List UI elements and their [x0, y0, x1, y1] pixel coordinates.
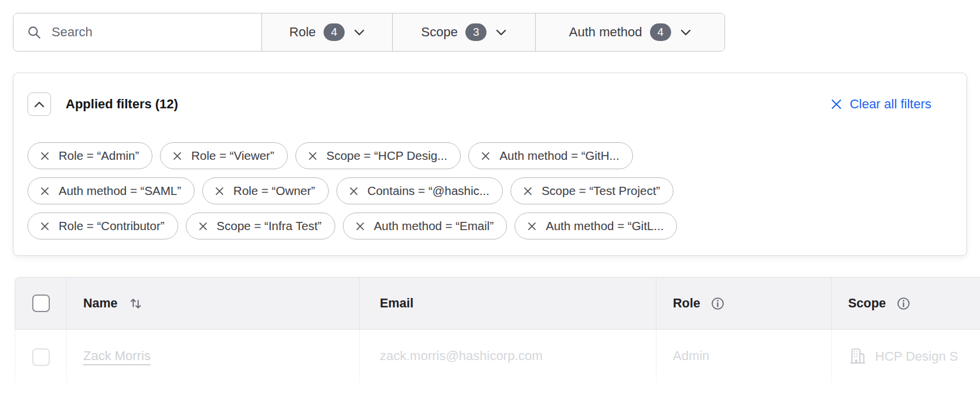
filter-pill-label: Role = “Viewer”: [191, 149, 274, 163]
auth-method-filter-dropdown[interactable]: Auth method 4: [535, 13, 724, 51]
filter-pill[interactable]: Role = “Contributor”: [28, 213, 178, 239]
column-header-name[interactable]: Name: [66, 278, 359, 329]
filter-pill[interactable]: Auth method = “GitH...: [468, 142, 633, 169]
row-select-cell: [15, 330, 66, 404]
applied-filters-title: Applied filters (12): [66, 97, 178, 112]
scope-cell: HCP Design S: [831, 330, 980, 404]
users-table: Name Email Role Scope: [15, 277, 980, 404]
filter-pill-row: Role = “Admin” Role = “Viewer” Scope = “…: [28, 142, 952, 169]
collapse-filters-button[interactable]: [28, 93, 51, 116]
filter-pill-label: Auth method = “SAML”: [59, 184, 181, 198]
remove-filter-icon[interactable]: [349, 186, 359, 196]
filter-pill-row: Role = “Contributor” Scope = “Infra Test…: [28, 213, 952, 239]
remove-filter-icon[interactable]: [215, 186, 224, 196]
info-icon[interactable]: [896, 296, 911, 311]
close-icon: [831, 98, 842, 110]
filter-pill[interactable]: Scope = “HCP Desig...: [295, 142, 461, 169]
filter-pill[interactable]: Contains = “@hashic...: [336, 177, 503, 204]
chevron-down-icon: [680, 29, 691, 36]
scope-dropdown-label: Scope: [421, 25, 458, 40]
name-column-label: Name: [83, 296, 118, 311]
user-name-link[interactable]: Zack Morris: [83, 348, 151, 363]
role-cell: Admin: [656, 330, 831, 404]
chevron-down-icon: [354, 29, 365, 36]
filter-pill[interactable]: Scope = “Infra Test”: [186, 213, 335, 239]
user-email: zack.morris@hashicorp.com: [380, 348, 543, 363]
role-dropdown-label: Role: [290, 25, 316, 40]
user-scope: HCP Design S: [875, 345, 958, 364]
applied-filters-header: Applied filters (12) Clear all filters: [28, 93, 952, 116]
sort-icon[interactable]: [128, 296, 144, 311]
filter-pill-label: Scope = “Test Project”: [542, 184, 660, 198]
row-checkbox[interactable]: [32, 348, 50, 366]
organization-icon: [848, 347, 867, 365]
email-cell: zack.morris@hashicorp.com: [359, 330, 656, 404]
clear-all-filters-button[interactable]: Clear all filters: [831, 97, 931, 112]
remove-filter-icon[interactable]: [172, 151, 182, 161]
role-count-badge: 4: [324, 23, 345, 42]
filter-pill-label: Role = “Owner”: [233, 184, 315, 198]
filter-pill-label: Role = “Contributor”: [59, 219, 165, 233]
remove-filter-icon[interactable]: [40, 221, 50, 231]
auth-method-count-badge: 4: [650, 23, 672, 42]
auth-method-dropdown-label: Auth method: [569, 25, 642, 40]
filter-pill-row: Auth method = “SAML” Role = “Owner” Cont…: [28, 177, 952, 204]
search-input[interactable]: [52, 25, 261, 40]
remove-filter-icon[interactable]: [40, 186, 50, 196]
column-header-role: Role: [656, 278, 831, 329]
filter-pill[interactable]: Auth method = “Email”: [343, 213, 508, 239]
filter-pill-label: Auth method = “Email”: [374, 219, 494, 233]
filter-pill-label: Contains = “@hashic...: [368, 184, 489, 198]
clear-all-filters-label: Clear all filters: [850, 97, 931, 112]
role-filter-dropdown[interactable]: Role 4: [261, 13, 392, 51]
filter-pill[interactable]: Auth method = “SAML”: [28, 177, 195, 204]
scope-filter-dropdown[interactable]: Scope 3: [392, 13, 535, 51]
name-cell: Zack Morris: [66, 330, 359, 404]
remove-filter-icon[interactable]: [527, 221, 537, 231]
search-box[interactable]: [13, 13, 261, 51]
table-header-row: Name Email Role Scope: [15, 277, 980, 330]
select-all-checkbox[interactable]: [32, 295, 50, 312]
filter-pill-label: Scope = “HCP Desig...: [326, 149, 447, 163]
role-column-label: Role: [673, 296, 700, 311]
email-column-label: Email: [380, 296, 413, 311]
scope-column-label: Scope: [848, 296, 886, 311]
scope-count-badge: 3: [465, 23, 487, 42]
filter-pill[interactable]: Scope = “Test Project”: [511, 177, 673, 204]
column-header-scope: Scope: [831, 278, 980, 329]
remove-filter-icon[interactable]: [308, 151, 318, 161]
filter-pill[interactable]: Role = “Admin”: [28, 142, 152, 169]
applied-filters-panel: Applied filters (12) Clear all filters R…: [13, 73, 967, 256]
select-all-cell: [15, 278, 66, 329]
search-icon: [26, 25, 42, 40]
remove-filter-icon[interactable]: [481, 151, 491, 161]
chevron-down-icon: [496, 29, 506, 36]
filter-pill-label: Role = “Admin”: [59, 149, 139, 163]
table-row: Zack Morris zack.morris@hashicorp.com Ad…: [15, 330, 980, 404]
remove-filter-icon[interactable]: [198, 221, 208, 231]
remove-filter-icon[interactable]: [40, 151, 50, 161]
remove-filter-icon[interactable]: [523, 186, 533, 196]
filter-pill-label: Auth method = “GitL...: [546, 219, 663, 233]
filter-pill[interactable]: Role = “Owner”: [202, 177, 329, 204]
filter-toolbar: Role 4 Scope 3 Auth method 4: [13, 13, 725, 52]
filter-pill[interactable]: Auth method = “GitL...: [515, 213, 677, 239]
chevron-up-icon: [34, 101, 45, 108]
filter-pill-label: Auth method = “GitH...: [499, 149, 620, 163]
user-role: Admin: [673, 348, 709, 363]
filter-pill[interactable]: Role = “Viewer”: [160, 142, 287, 169]
filter-pill-label: Scope = “Infra Test”: [217, 219, 322, 233]
column-header-email: Email: [359, 278, 656, 329]
info-icon[interactable]: [710, 296, 725, 311]
filter-pill-rows: Role = “Admin” Role = “Viewer” Scope = “…: [28, 142, 952, 239]
remove-filter-icon[interactable]: [355, 221, 365, 231]
